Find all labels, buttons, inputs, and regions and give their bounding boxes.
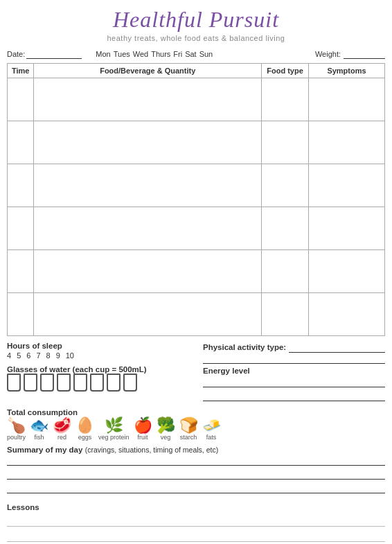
header: Healthful Pursuit heathy treats, whole f… xyxy=(0,0,392,45)
water-cup-icon[interactable] xyxy=(73,376,87,392)
summary-line2[interactable] xyxy=(7,468,385,480)
symptom-cell[interactable] xyxy=(309,207,385,250)
time-cell[interactable] xyxy=(8,250,34,293)
summary-label: Summary of my day (cravings, situations,… xyxy=(7,445,385,455)
poultry-label: poultry xyxy=(7,434,26,441)
food-cell[interactable] xyxy=(34,207,262,250)
type-cell[interactable] xyxy=(262,78,309,121)
water-cup-icon[interactable] xyxy=(123,376,137,392)
date-row: Date: MonTuesWedThursFriSatSun Weight: xyxy=(0,45,392,63)
food-icon-item-starch[interactable]: 🍞starch xyxy=(179,418,198,441)
type-cell[interactable] xyxy=(262,250,309,293)
day-label: Thurs xyxy=(151,50,170,58)
energy-line1[interactable] xyxy=(203,376,385,387)
date-input[interactable] xyxy=(26,49,82,59)
table-row xyxy=(8,250,385,293)
day-label: Sun xyxy=(199,50,213,58)
sleep-hour-value[interactable]: 6 xyxy=(26,351,30,360)
fruit-label: fruit xyxy=(138,434,148,441)
bottom-section: Hours of sleep 45678910 Glasses of water… xyxy=(0,336,392,404)
food-icon-item-red[interactable]: 🥩red xyxy=(53,418,71,441)
lessons-line2[interactable] xyxy=(7,528,385,542)
food-icon-item-poultry[interactable]: 🍗poultry xyxy=(7,418,26,441)
red-label: red xyxy=(57,434,66,441)
lessons-section: Lessons xyxy=(0,496,392,542)
energy-line2[interactable] xyxy=(203,390,385,401)
symptom-cell[interactable] xyxy=(309,250,385,293)
sleep-hour-value[interactable]: 9 xyxy=(56,351,60,360)
type-cell[interactable] xyxy=(262,293,309,336)
sleep-hour-value[interactable]: 8 xyxy=(46,351,51,360)
summary-main-label: Summary of my day xyxy=(7,446,82,454)
time-cell[interactable] xyxy=(8,78,34,121)
symptom-cell[interactable] xyxy=(309,121,385,164)
activity-line2[interactable] xyxy=(203,353,385,364)
sleep-hour-value[interactable]: 5 xyxy=(17,351,21,360)
type-cell[interactable] xyxy=(262,164,309,207)
col-food: Food/Beverage & Quantity xyxy=(34,64,262,78)
day-label: Mon xyxy=(96,50,110,58)
weight-input[interactable] xyxy=(344,49,385,59)
activity-section: Physical activity type: xyxy=(203,342,385,353)
date-label: Date: xyxy=(7,50,25,58)
col-symptoms: Symptoms xyxy=(309,64,385,78)
symptom-cell[interactable] xyxy=(309,164,385,207)
water-cup-icon[interactable] xyxy=(90,376,104,392)
veg-label: veg xyxy=(161,434,171,441)
days-row: MonTuesWedThursFriSatSun xyxy=(96,50,315,58)
food-cell[interactable] xyxy=(34,164,262,207)
summary-line3[interactable] xyxy=(7,482,385,493)
water-label: Glasses of water (each cup = 500mL) xyxy=(7,365,189,374)
energy-label: Energy level xyxy=(203,367,385,375)
water-cup-icon[interactable] xyxy=(7,376,21,392)
water-cup-icon[interactable] xyxy=(57,376,71,392)
time-cell[interactable] xyxy=(8,293,34,336)
food-cell[interactable] xyxy=(34,293,262,336)
type-cell[interactable] xyxy=(262,121,309,164)
food-cell[interactable] xyxy=(34,121,262,164)
sleep-hour-value[interactable]: 10 xyxy=(66,351,74,360)
time-cell[interactable] xyxy=(8,121,34,164)
weight-section: Weight: xyxy=(315,49,385,59)
food-icon-item-fruit[interactable]: 🍎fruit xyxy=(134,418,152,441)
symptom-cell[interactable] xyxy=(309,293,385,336)
col-food-type: Food type xyxy=(262,64,309,78)
food-icon-item-fats[interactable]: 🧈fats xyxy=(202,418,221,441)
starch-icon: 🍞 xyxy=(179,418,198,433)
col-time: Time xyxy=(8,64,34,78)
food-icon-item-veg-protein[interactable]: 🌿veg protein xyxy=(98,418,130,441)
veg protein-label: veg protein xyxy=(98,434,130,441)
activity-input[interactable] xyxy=(289,342,385,353)
water-cup-icon[interactable] xyxy=(107,376,121,392)
day-label: Tues xyxy=(114,50,130,58)
app-title: Healthful Pursuit xyxy=(0,7,392,33)
time-cell[interactable] xyxy=(8,164,34,207)
red-icon: 🥩 xyxy=(53,418,71,433)
fish-icon: 🐟 xyxy=(30,418,48,433)
weight-label: Weight: xyxy=(315,50,341,58)
starch-label: starch xyxy=(180,434,197,441)
table-row xyxy=(8,164,385,207)
sleep-hour-value[interactable]: 4 xyxy=(7,351,11,360)
day-label: Sat xyxy=(185,50,197,58)
food-cell[interactable] xyxy=(34,78,262,121)
symptom-cell[interactable] xyxy=(309,78,385,121)
total-consumption-section: Total consumption 🍗poultry🐟fish🥩red🥚eggs… xyxy=(0,404,392,441)
consumption-row: 🍗poultry🐟fish🥩red🥚eggs🌿veg protein🍎fruit… xyxy=(7,418,385,441)
food-icon-item-eggs[interactable]: 🥚eggs xyxy=(75,418,94,441)
time-cell[interactable] xyxy=(8,207,34,250)
summary-line1[interactable] xyxy=(7,455,385,466)
summary-section: Summary of my day (cravings, situations,… xyxy=(0,441,392,493)
water-cup-icon[interactable] xyxy=(40,376,54,392)
sleep-hour-value[interactable]: 7 xyxy=(36,351,40,360)
food-icon-item-fish[interactable]: 🐟fish xyxy=(30,418,48,441)
table-row xyxy=(8,207,385,250)
type-cell[interactable] xyxy=(262,207,309,250)
energy-lines xyxy=(203,376,385,401)
food-icon-item-veg[interactable]: 🥦veg xyxy=(157,418,175,441)
left-column: Hours of sleep 45678910 Glasses of water… xyxy=(7,342,196,404)
day-label: Wed xyxy=(133,50,148,58)
food-cell[interactable] xyxy=(34,250,262,293)
water-cup-icon[interactable] xyxy=(24,376,37,392)
lessons-line1[interactable] xyxy=(7,513,385,527)
